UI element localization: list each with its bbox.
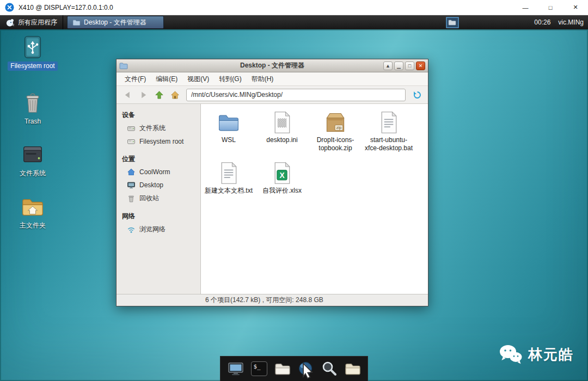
hard-disk-icon bbox=[20, 142, 45, 167]
usb-drive-icon bbox=[20, 35, 45, 60]
home-folder-icon bbox=[20, 194, 45, 219]
panel-username: vic.MINg bbox=[558, 19, 584, 26]
folder-icon bbox=[72, 19, 81, 26]
trash-icon bbox=[127, 194, 136, 203]
rollup-button[interactable]: ▲ bbox=[383, 62, 393, 70]
desktop-icon-label: 主文件夹 bbox=[17, 221, 48, 230]
watermark-name: 林元皓 bbox=[528, 345, 574, 364]
desktop-icon-file-system[interactable]: 文件系统 bbox=[8, 142, 58, 178]
file-manager-button[interactable] bbox=[273, 359, 292, 379]
sidebar-header-devices: 设备 bbox=[117, 108, 200, 121]
zip-badge-text: zip bbox=[336, 125, 341, 130]
terminal-icon: $_ bbox=[251, 361, 267, 376]
close-button[interactable]: ✕ bbox=[416, 62, 425, 70]
magnifier-icon bbox=[321, 360, 338, 378]
sidebar-item-filesystem-root[interactable]: Filesystem root bbox=[117, 135, 200, 148]
dock-panel: $_ bbox=[220, 356, 368, 381]
close-button[interactable]: ✕ bbox=[563, 0, 588, 15]
home-button[interactable] bbox=[168, 88, 182, 102]
tray-file-manager-icon[interactable] bbox=[446, 17, 459, 28]
folder-icon bbox=[119, 62, 128, 70]
folder-icon bbox=[344, 360, 362, 378]
back-button[interactable] bbox=[120, 88, 134, 102]
maximize-button[interactable]: □ bbox=[538, 0, 563, 15]
desktop-icon-home-folder[interactable]: 主文件夹 bbox=[8, 194, 58, 230]
toolbar bbox=[117, 86, 428, 104]
spreadsheet-icon: X bbox=[270, 161, 294, 185]
sidebar-header-network: 网络 bbox=[117, 210, 200, 223]
menu-file[interactable]: 文件(F) bbox=[120, 73, 151, 85]
file-item-wsl[interactable]: WSL bbox=[202, 108, 255, 155]
home-icon bbox=[170, 90, 180, 100]
sidebar-header-places: 位置 bbox=[117, 152, 200, 165]
window-content: 设备 文件系统 Filesystem root 位置 bbox=[117, 104, 428, 294]
file-item-xlsx[interactable]: X 自我评价.xlsx bbox=[255, 159, 309, 197]
file-list[interactable]: WSL desktop.ini zip DropIt-icons-topbook… bbox=[201, 104, 428, 294]
file-manager-window: Desktop - 文件管理器 ▲ ▁ □ ✕ 文件(F) 编辑(E) 视图(V… bbox=[116, 59, 428, 306]
web-browser-button[interactable] bbox=[296, 359, 316, 379]
desktop-icon-filesystem-root[interactable]: Filesystem root bbox=[8, 35, 58, 71]
status-bar: 6 个项目(142.7 kB) , 可用空间: 248.8 GB bbox=[117, 294, 428, 306]
files-button[interactable] bbox=[343, 359, 363, 379]
watermark: 林元皓 bbox=[499, 344, 574, 365]
sidebar-item-desktop[interactable]: Desktop bbox=[117, 179, 200, 192]
network-wifi-icon bbox=[127, 225, 136, 234]
desktop-icon-trash[interactable]: Trash bbox=[8, 90, 58, 126]
screen: X410 @ DISPLAY=127.0.0.1:0.0 — □ ✕ 所有应用程… bbox=[0, 0, 588, 381]
folder-icon bbox=[274, 360, 291, 378]
home-icon bbox=[127, 168, 136, 176]
panel-clock[interactable]: 00:26 bbox=[534, 19, 550, 26]
window-title: Desktop - 文件管理器 bbox=[117, 61, 428, 70]
taskbar-window-label: Desktop - 文件管理器 bbox=[84, 18, 146, 27]
up-button[interactable] bbox=[152, 88, 166, 102]
menu-view[interactable]: 视图(V) bbox=[182, 73, 214, 85]
minimize-button[interactable]: — bbox=[513, 0, 538, 15]
terminal-button[interactable]: $_ bbox=[249, 359, 269, 379]
refresh-icon bbox=[413, 90, 422, 100]
trash-can-icon bbox=[20, 90, 45, 115]
file-item-new-text-doc[interactable]: 新建文本文档.txt bbox=[202, 159, 255, 197]
sidebar-item-browse-network[interactable]: 浏览网络 bbox=[117, 223, 200, 236]
desktop-icon-label: 文件系统 bbox=[17, 169, 48, 178]
show-desktop-button[interactable] bbox=[226, 359, 246, 379]
mouse-cursor-icon bbox=[299, 362, 317, 380]
whisker-menu-icon bbox=[5, 18, 15, 27]
window-titlebar[interactable]: Desktop - 文件管理器 ▲ ▁ □ ✕ bbox=[117, 59, 428, 72]
applications-menu-button[interactable]: 所有应用程序 bbox=[0, 15, 63, 29]
desktop-icon-label: Filesystem root bbox=[8, 62, 57, 71]
wechat-icon bbox=[499, 344, 523, 365]
search-button[interactable] bbox=[320, 359, 339, 379]
window-controls: ▲ ▁ □ ✕ bbox=[383, 62, 425, 70]
desktop-monitor-icon bbox=[127, 181, 136, 189]
xlsx-letter-text: X bbox=[279, 171, 285, 180]
menu-go[interactable]: 转到(G) bbox=[214, 73, 246, 85]
sidebar-item-trash[interactable]: 回收站 bbox=[117, 192, 200, 205]
folder-icon bbox=[217, 110, 241, 134]
forward-button[interactable] bbox=[136, 88, 150, 102]
text-file-icon bbox=[217, 161, 241, 185]
file-item-dropit-zip[interactable]: zip DropIt-icons-topbook.zip bbox=[309, 108, 362, 155]
terminal-prompt-glyph: $_ bbox=[254, 363, 261, 370]
monitor-icon bbox=[227, 360, 244, 378]
minimize-button[interactable]: ▁ bbox=[394, 62, 403, 70]
desktop-icon-label: Trash bbox=[22, 117, 44, 126]
back-arrow-icon bbox=[123, 90, 132, 100]
up-arrow-icon bbox=[155, 90, 164, 100]
sidebar-item-coolworm[interactable]: CoolWorm bbox=[117, 165, 200, 179]
taskbar-window-button[interactable]: Desktop - 文件管理器 bbox=[67, 16, 164, 29]
menu-edit[interactable]: 编辑(E) bbox=[151, 73, 182, 85]
maximize-button[interactable]: □ bbox=[405, 62, 414, 70]
xfce-top-panel: 所有应用程序 Desktop - 文件管理器 00:26 vic.MINg bbox=[0, 15, 588, 29]
x410-logo-icon bbox=[5, 3, 14, 12]
panel-right-area: 00:26 vic.MINg bbox=[446, 15, 588, 29]
x410-titlebar: X410 @ DISPLAY=127.0.0.1:0.0 — □ ✕ bbox=[0, 0, 588, 15]
menu-help[interactable]: 帮助(H) bbox=[247, 73, 279, 85]
zip-archive-icon: zip bbox=[323, 110, 347, 134]
script-file-icon bbox=[377, 110, 401, 134]
applications-menu-label: 所有应用程序 bbox=[18, 18, 57, 27]
file-item-start-bat[interactable]: start-ubuntu-xfce-desktop.bat bbox=[362, 108, 415, 155]
file-item-desktop-ini[interactable]: desktop.ini bbox=[255, 108, 309, 155]
path-input[interactable] bbox=[186, 89, 406, 101]
refresh-button[interactable] bbox=[410, 88, 424, 102]
sidebar-item-file-system[interactable]: 文件系统 bbox=[117, 121, 200, 135]
